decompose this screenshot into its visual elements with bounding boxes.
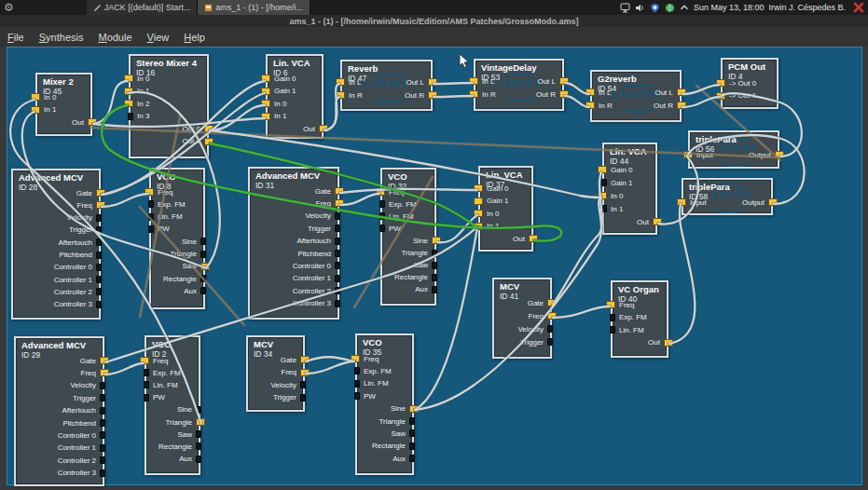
connected-jack-freq[interactable] bbox=[547, 312, 557, 320]
free-jack-lin-fm[interactable] bbox=[148, 213, 154, 221]
module-reverb-id-47[interactable]: ReverbID 47LADSPAIn LOut LIn ROut R bbox=[340, 60, 433, 111]
free-jack-rectangle[interactable] bbox=[200, 275, 206, 282]
free-jack-in-3[interactable] bbox=[128, 113, 133, 120]
free-jack-trigger[interactable] bbox=[335, 225, 340, 232]
free-jack-controller-1[interactable] bbox=[100, 444, 105, 452]
connected-jack-freq[interactable] bbox=[140, 357, 149, 364]
module-mixer-2-id-45[interactable]: Mixer 2ID 45In 0In 1Out bbox=[35, 73, 92, 136]
module-vco-id-8[interactable]: VCOID 8FreqExp. FMLin. FMPWSineTriangleS… bbox=[149, 168, 205, 309]
panel-username[interactable]: Irwin J. Céspedes B. bbox=[768, 3, 846, 12]
connected-jack-gain-0[interactable] bbox=[474, 184, 483, 192]
free-jack-trigger[interactable] bbox=[100, 394, 105, 402]
connected-jack-in-1[interactable] bbox=[31, 106, 40, 114]
connected-jack-out-l[interactable] bbox=[559, 77, 569, 85]
connected-jack-triangle[interactable] bbox=[196, 418, 205, 426]
free-jack-exp-fm[interactable] bbox=[148, 200, 154, 208]
connected-jack-gate[interactable] bbox=[100, 357, 109, 364]
connected-jack-gain-0[interactable] bbox=[598, 166, 607, 173]
module-lin-vca-id-6[interactable]: Lin. VCAID 6Gain 0Gain 1In 0In 1Out bbox=[266, 54, 324, 139]
free-jack-triangle[interactable] bbox=[200, 251, 206, 258]
free-jack-saw[interactable] bbox=[432, 262, 437, 269]
free-jack-exp-fm[interactable] bbox=[144, 369, 149, 376]
free-jack-aux[interactable] bbox=[196, 456, 201, 463]
free-jack-velocity[interactable] bbox=[96, 214, 102, 222]
connected-jack-out[interactable] bbox=[529, 235, 538, 242]
module-mcv-id-41[interactable]: MCVID 41GateFreqVelocityTrigger bbox=[492, 278, 552, 359]
connected-jack-out-l[interactable] bbox=[428, 78, 437, 86]
menu-help[interactable]: Help bbox=[176, 30, 213, 45]
free-jack-aux[interactable] bbox=[409, 455, 415, 462]
menu-synthesis[interactable]: Synthesis bbox=[32, 30, 91, 45]
shield-icon[interactable] bbox=[650, 3, 660, 13]
free-jack-lin-fm[interactable] bbox=[354, 380, 360, 388]
connected-jack-saw[interactable] bbox=[200, 263, 210, 270]
connected-jack-output[interactable] bbox=[768, 198, 778, 206]
free-jack-exp-fm[interactable] bbox=[354, 367, 360, 374]
free-jack-rectangle[interactable] bbox=[196, 442, 201, 450]
connected-jack-freq[interactable] bbox=[300, 369, 310, 376]
free-jack-rectangle[interactable] bbox=[409, 442, 415, 450]
module-vintagedelay-id-53[interactable]: VintageDelayID 53LADSPAIn LOut LIn ROut … bbox=[474, 59, 564, 111]
free-jack-pitchbend[interactable] bbox=[335, 250, 340, 257]
module-advanced-mcv-id-31[interactable]: Advanced MCVID 31GateFreqVelocityTrigger… bbox=[248, 167, 339, 320]
connected-jack-in-r[interactable] bbox=[586, 102, 595, 109]
free-jack-velocity[interactable] bbox=[300, 381, 306, 388]
connected-jack-in-0[interactable] bbox=[124, 75, 133, 82]
free-jack-aftertouch[interactable] bbox=[335, 238, 340, 245]
connected-jack-in-1[interactable] bbox=[124, 88, 133, 95]
free-jack-velocity[interactable] bbox=[335, 212, 340, 220]
menu-file[interactable]: File bbox=[0, 30, 32, 45]
connected-jack-in-0[interactable] bbox=[474, 210, 483, 217]
free-jack-aftertouch[interactable] bbox=[96, 238, 102, 246]
connected-jack-out-r[interactable] bbox=[428, 91, 437, 99]
free-jack-controller-2[interactable] bbox=[335, 287, 340, 294]
free-jack-sine[interactable] bbox=[200, 238, 206, 245]
module-pcm-out-id-4[interactable]: PCM OutID 4-> Out 0-> Out 1 bbox=[721, 58, 778, 109]
free-jack-trigger[interactable] bbox=[300, 394, 306, 402]
connected-jack-in-l[interactable] bbox=[469, 77, 478, 85]
connected-jack-out-l[interactable] bbox=[677, 88, 686, 96]
window-titlebar[interactable]: ams_1 - (1) - [/home/irwin/Music/Edition… bbox=[0, 15, 868, 27]
connected-jack-out[interactable] bbox=[88, 118, 97, 126]
module-lin-vca-id-44[interactable]: Lin. VCAID 44Gain 0Gain 1In 0In 1Out bbox=[602, 143, 657, 235]
module-vco-id-32[interactable]: VCOID 32FreqExp. FMLin. FMPWSineTriangle… bbox=[380, 168, 436, 306]
free-jack-aux[interactable] bbox=[432, 286, 437, 293]
connected-jack-in-r[interactable] bbox=[469, 90, 478, 98]
free-jack-lin-fm[interactable] bbox=[610, 326, 615, 333]
menu-module[interactable]: Module bbox=[90, 30, 139, 45]
module-vco-id-35[interactable]: VCOID 35FreqExp. FMLin. FMPWSineTriangle… bbox=[355, 333, 414, 475]
volume-icon[interactable] bbox=[635, 3, 645, 13]
connected-jack-in-1[interactable] bbox=[261, 113, 270, 120]
connected-jack-input[interactable] bbox=[677, 198, 686, 206]
panel-clock[interactable]: Sun May 13, 18:00 bbox=[694, 3, 765, 12]
module-vco-id-2[interactable]: VCOID 2FreqExp. FMLin. FMPWSineTriangleS… bbox=[145, 335, 200, 475]
free-jack-velocity[interactable] bbox=[100, 382, 105, 389]
connected-jack-gain-0[interactable] bbox=[261, 75, 270, 82]
connected-jack-out-1[interactable] bbox=[204, 138, 214, 145]
free-jack-lin-fm[interactable] bbox=[379, 212, 385, 220]
free-jack-controller-0[interactable] bbox=[335, 262, 340, 269]
module-g2reverb-id-54[interactable]: G2reverbID 54LADSPAIn LOut LIn ROut R bbox=[590, 70, 682, 122]
display-icon[interactable] bbox=[620, 3, 630, 13]
free-jack-lin-fm[interactable] bbox=[144, 381, 149, 388]
connected-jack-gate[interactable] bbox=[300, 356, 310, 363]
connected-jack-output[interactable] bbox=[775, 151, 784, 158]
menu-view[interactable]: View bbox=[140, 30, 177, 45]
taskbar-item-ams[interactable]: ams_1 - (1) - [/home/i... bbox=[198, 0, 310, 15]
connected-jack-in-0[interactable] bbox=[261, 100, 270, 107]
free-jack-pitchbend[interactable] bbox=[100, 419, 105, 427]
module-vc-organ-id-40[interactable]: VC OrganID 40FreqExp. FMLin. FMOut bbox=[611, 280, 668, 358]
taskbar-item-jack[interactable]: JACK [(default)] Start... bbox=[87, 0, 199, 15]
free-jack-controller-2[interactable] bbox=[100, 456, 105, 464]
connected-jack-gain-1[interactable] bbox=[474, 197, 483, 205]
connected-jack-in-r[interactable] bbox=[336, 91, 345, 99]
free-jack-aftertouch[interactable] bbox=[100, 407, 105, 415]
free-jack-saw[interactable] bbox=[409, 429, 415, 437]
connected-jack-freq[interactable] bbox=[606, 301, 615, 308]
connected-jack-in-0[interactable] bbox=[31, 93, 40, 101]
module-advanced-mcv-id-28[interactable]: Advanced MCVID 28GateFreqVelocityTrigger… bbox=[11, 169, 101, 320]
free-jack-controller-1[interactable] bbox=[96, 276, 102, 283]
connected-jack-in-2[interactable] bbox=[124, 100, 133, 107]
close-icon[interactable] bbox=[853, 2, 864, 13]
module-triplepara-id-58[interactable]: tripleParaID 58LADSPAInputOutput bbox=[682, 178, 773, 215]
